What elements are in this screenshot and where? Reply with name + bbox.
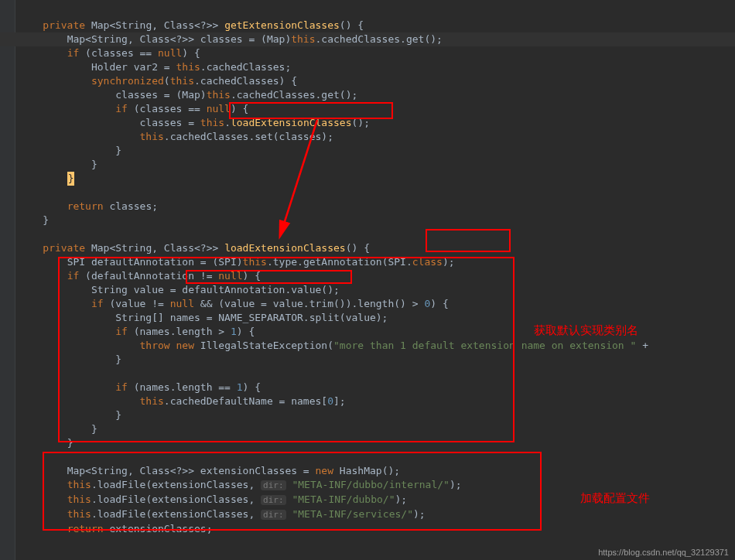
code-line — [19, 367, 25, 379]
code-line: this.loadFile(extensionClasses, dir: "ME… — [19, 508, 426, 520]
code-line: } — [19, 145, 121, 156]
code-line: classes = (Map)this.cachedClasses.get(); — [19, 89, 357, 101]
code-line: if (names.length > 1) { — [19, 326, 255, 337]
code-line: if (defaultAnnotation != null) { — [19, 270, 261, 282]
code-line: this.cachedClasses.set(classes); — [19, 131, 333, 142]
code-line: } — [19, 437, 73, 449]
code-line: synchronized(this.cachedClasses) { — [19, 75, 297, 87]
code-line: if (value != null && (value = value.trim… — [19, 298, 449, 309]
code-line: this.cachedDefaultName = names[0]; — [19, 395, 346, 407]
code-line: Holder var2 = this.cachedClasses; — [19, 61, 291, 73]
watermark-text: https://blog.csdn.net/qq_32129371 — [598, 548, 729, 557]
code-line: private Map<String, Class<?>> loadExtens… — [19, 242, 370, 254]
code-line: if (classes == null) { — [19, 47, 200, 59]
annotation-default-impl: 获取默认实现类别名 — [534, 323, 638, 338]
code-line: classes = this.loadExtensionClasses(); — [19, 117, 370, 128]
code-line — [19, 451, 25, 463]
code-line: String value = defaultAnnotation.value()… — [19, 284, 340, 295]
code-line: } — [19, 353, 121, 365]
code-line — [19, 228, 25, 240]
code-line: SPI defaultAnnotation = (SPI)this.type.g… — [19, 256, 455, 268]
annotation-load-config: 加载配置文件 — [580, 491, 650, 506]
code-line: Map<String, Class<?>> classes = (Map)thi… — [19, 33, 443, 45]
code-editor[interactable]: private Map<String, Class<?>> getExtensi… — [0, 0, 735, 536]
code-line: return classes; — [19, 200, 158, 212]
code-line: } — [19, 423, 97, 435]
code-line: private Map<String, Class<?>> getExtensi… — [19, 19, 364, 31]
code-line: } — [19, 409, 121, 421]
code-line: this.loadFile(extensionClasses, dir: "ME… — [19, 479, 462, 490]
code-line: Map<String, Class<?>> extensionClasses =… — [19, 465, 400, 476]
code-line: } — [19, 214, 49, 226]
code-line: } — [19, 159, 97, 170]
code-line: if (classes == null) { — [19, 103, 248, 114]
code-line: throw new IllegalStateException("more th… — [19, 340, 655, 351]
code-line — [19, 186, 25, 198]
code-line: this.loadFile(extensionClasses, dir: "ME… — [19, 493, 407, 505]
code-line: } — [19, 172, 74, 184]
code-line: String[] names = NAME_SEPARATOR.split(va… — [19, 312, 388, 323]
code-line: return extensionClasses; — [19, 523, 212, 534]
code-line: if (names.length == 1) { — [19, 381, 261, 393]
cursor-icon: } — [67, 172, 75, 186]
